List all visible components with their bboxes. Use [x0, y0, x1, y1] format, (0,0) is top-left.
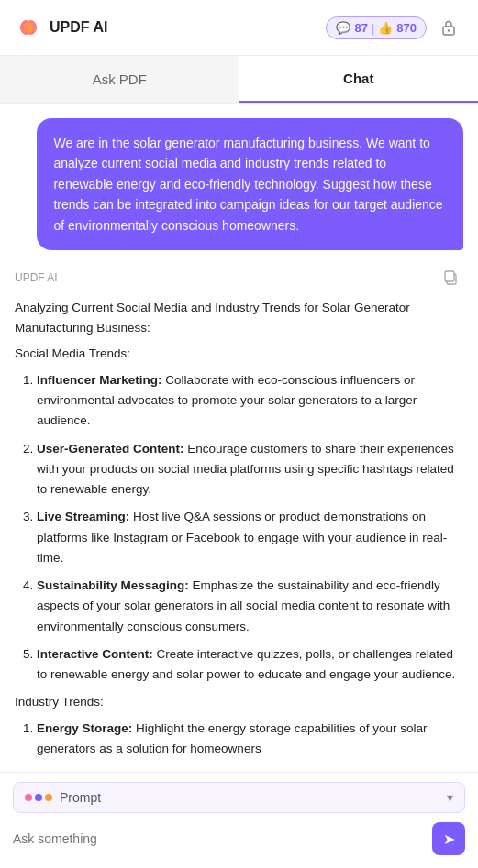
ai-label: UPDF AI [15, 271, 58, 284]
message-icon: 💬 [336, 21, 350, 35]
send-button[interactable]: ➤ [432, 822, 465, 855]
ai-heading: Analyzing Current Social Media and Indus… [15, 298, 463, 339]
industry-heading: Industry Trends: [15, 692, 463, 712]
badge-count-1: 87 [354, 21, 367, 35]
dot-orange [45, 794, 52, 801]
industry-item-title-1: Energy Storage: [37, 721, 132, 735]
list-item: Interactive Content: Create interactive … [37, 644, 463, 686]
prompt-dots [25, 794, 52, 801]
tab-ask-pdf[interactable]: Ask PDF [0, 56, 239, 103]
tabs: Ask PDF Chat [0, 56, 478, 104]
prompt-selector-left: Prompt [25, 790, 101, 805]
badge-button[interactable]: 💬 87 | 👍 870 [326, 16, 427, 39]
dot-purple [35, 794, 42, 801]
item-title-2: User-Generated Content: [37, 442, 184, 456]
prompt-label: Prompt [60, 790, 101, 805]
badge-divider: | [372, 21, 374, 35]
item-title-5: Interactive Content: [37, 647, 153, 661]
chat-area: We are in the solar generator manufactur… [0, 104, 478, 772]
send-arrow-icon: ➤ [443, 830, 455, 848]
lock-icon [439, 18, 458, 37]
item-title-4: Sustainability Messaging: [37, 578, 189, 592]
list-item: User-Generated Content: Encourage custom… [37, 439, 463, 500]
header: UPDF AI 💬 87 | 👍 870 [0, 0, 478, 56]
list-item: Energy Storage: Highlight the energy sto… [37, 719, 463, 760]
logo-area: UPDF AI [15, 14, 107, 41]
social-media-list: Influencer Marketing: Collaborate with e… [15, 370, 463, 686]
bottom-area: Prompt ▾ ➤ [0, 772, 478, 868]
item-title-1: Influencer Marketing: [37, 373, 162, 387]
logo-text: UPDF AI [50, 19, 107, 36]
svg-rect-4 [445, 271, 454, 281]
list-item: Live Streaming: Host live Q&A sessions o… [37, 507, 463, 568]
dot-pink [25, 794, 32, 801]
logo-icon [15, 14, 42, 41]
copy-icon [442, 269, 459, 286]
svg-point-2 [448, 29, 450, 31]
copy-button[interactable] [438, 265, 463, 291]
ai-message-content: Analyzing Current Social Media and Indus… [15, 298, 463, 766]
header-right: 💬 87 | 👍 870 [326, 13, 463, 42]
badge-count-2: 870 [396, 21, 417, 35]
item-title-3: Live Streaming: [37, 510, 129, 523]
user-message-text: We are in the solar generator manufactur… [53, 136, 442, 233]
lock-button[interactable] [434, 13, 463, 42]
chat-input[interactable] [13, 831, 423, 846]
user-message: We are in the solar generator manufactur… [37, 118, 463, 250]
chevron-down-icon: ▾ [447, 790, 453, 805]
prompt-selector[interactable]: Prompt ▾ [13, 782, 465, 813]
ai-response: UPDF AI Analyzing Current Social Media a… [15, 265, 463, 766]
social-media-heading: Social Media Trends: [15, 344, 463, 364]
tab-chat[interactable]: Chat [239, 56, 479, 103]
list-item: Sustainability Messaging: Emphasize the … [37, 576, 463, 637]
ai-label-row: UPDF AI [15, 265, 463, 291]
input-row: ➤ [13, 822, 465, 855]
list-item: Influencer Marketing: Collaborate with e… [37, 370, 463, 432]
industry-list: Energy Storage: Highlight the energy sto… [15, 719, 463, 760]
thumb-icon: 👍 [378, 21, 393, 35]
